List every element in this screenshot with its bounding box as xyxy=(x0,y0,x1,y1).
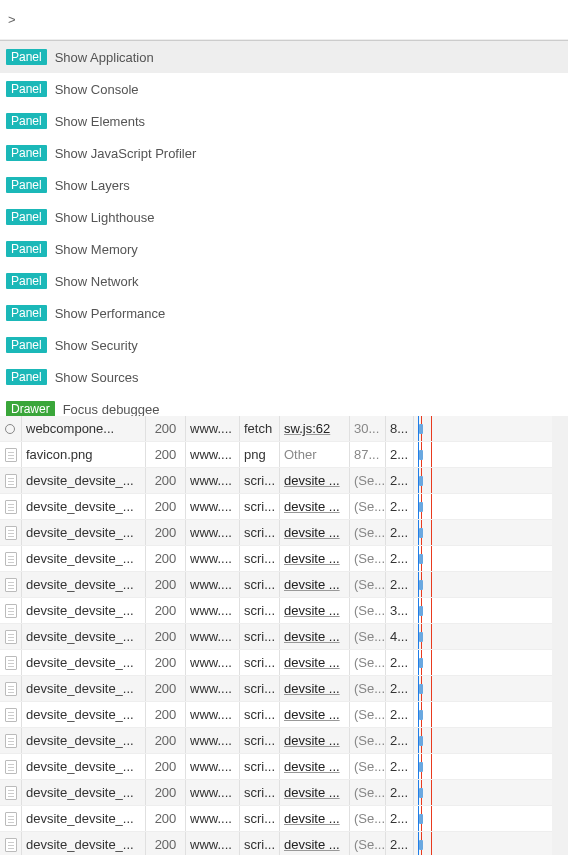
file-icon xyxy=(0,598,22,623)
panel-badge: Panel xyxy=(6,177,47,193)
panel-badge: Panel xyxy=(6,241,47,257)
network-row[interactable]: devsite_devsite_...200www....scri...devs… xyxy=(0,468,568,494)
command-item[interactable]: PanelShow Lighthouse xyxy=(0,201,568,233)
domain: www.... xyxy=(186,494,240,519)
domain: www.... xyxy=(186,806,240,831)
network-row[interactable]: devsite_devsite_...200www....scri...devs… xyxy=(0,598,568,624)
request-name: devsite_devsite_... xyxy=(22,598,146,623)
initiator[interactable]: devsite ... xyxy=(280,754,350,779)
network-row[interactable]: webcompone...200www....fetchsw.js:6230..… xyxy=(0,416,568,442)
panel-badge: Panel xyxy=(6,49,47,65)
time: 2... xyxy=(386,468,414,493)
command-label: Show Lighthouse xyxy=(55,210,155,225)
network-row[interactable]: devsite_devsite_...200www....scri...devs… xyxy=(0,624,568,650)
type: scri... xyxy=(240,546,280,571)
domain: www.... xyxy=(186,468,240,493)
initiator[interactable]: devsite ... xyxy=(280,832,350,855)
command-item[interactable]: PanelShow Console xyxy=(0,73,568,105)
domain: www.... xyxy=(186,780,240,805)
type: scri... xyxy=(240,702,280,727)
network-row[interactable]: devsite_devsite_...200www....scri...devs… xyxy=(0,780,568,806)
network-scrollbar[interactable] xyxy=(552,416,568,855)
network-row[interactable]: devsite_devsite_...200www....scri...devs… xyxy=(0,702,568,728)
file-icon xyxy=(0,650,22,675)
size: (Se... xyxy=(350,572,386,597)
request-name: devsite_devsite_... xyxy=(22,676,146,701)
initiator[interactable]: devsite ... xyxy=(280,494,350,519)
file-icon xyxy=(0,468,22,493)
command-menu[interactable]: PanelShow ApplicationPanelShow ConsolePa… xyxy=(0,40,568,416)
initiator[interactable]: devsite ... xyxy=(280,728,350,753)
type: scri... xyxy=(240,806,280,831)
network-row[interactable]: devsite_devsite_...200www....scri...devs… xyxy=(0,650,568,676)
command-item[interactable]: PanelShow Performance xyxy=(0,297,568,329)
domain: www.... xyxy=(186,546,240,571)
status-code: 200 xyxy=(146,702,186,727)
domain: www.... xyxy=(186,520,240,545)
panel-badge: Panel xyxy=(6,209,47,225)
network-row[interactable]: devsite_devsite_...200www....scri...devs… xyxy=(0,572,568,598)
initiator[interactable]: devsite ... xyxy=(280,624,350,649)
network-row[interactable]: devsite_devsite_...200www....scri...devs… xyxy=(0,494,568,520)
status-code: 200 xyxy=(146,468,186,493)
request-name: devsite_devsite_... xyxy=(22,546,146,571)
size: (Se... xyxy=(350,702,386,727)
command-input[interactable]: > xyxy=(0,0,568,40)
command-item[interactable]: PanelShow JavaScript Profiler xyxy=(0,137,568,169)
initiator[interactable]: devsite ... xyxy=(280,546,350,571)
network-row[interactable]: devsite_devsite_...200www....scri...devs… xyxy=(0,754,568,780)
network-row[interactable]: devsite_devsite_...200www....scri...devs… xyxy=(0,546,568,572)
initiator[interactable]: devsite ... xyxy=(280,806,350,831)
initiator[interactable]: devsite ... xyxy=(280,468,350,493)
network-row[interactable]: favicon.png200www....pngOther87...2... xyxy=(0,442,568,468)
command-item[interactable]: PanelShow Network xyxy=(0,265,568,297)
time: 2... xyxy=(386,442,414,467)
panel-badge: Panel xyxy=(6,113,47,129)
network-row[interactable]: devsite_devsite_...200www....scri...devs… xyxy=(0,520,568,546)
drawer-badge: Drawer xyxy=(6,401,55,416)
initiator[interactable]: devsite ... xyxy=(280,676,350,701)
file-icon xyxy=(0,754,22,779)
status-code: 200 xyxy=(146,416,186,441)
status-code: 200 xyxy=(146,676,186,701)
network-table[interactable]: webcompone...200www....fetchsw.js:6230..… xyxy=(0,416,568,855)
waterfall-cell xyxy=(414,832,568,855)
initiator[interactable]: devsite ... xyxy=(280,702,350,727)
network-row[interactable]: devsite_devsite_...200www....scri...devs… xyxy=(0,676,568,702)
network-row[interactable]: devsite_devsite_...200www....scri...devs… xyxy=(0,832,568,855)
command-label: Show Application xyxy=(55,50,154,65)
size: (Se... xyxy=(350,494,386,519)
panel-badge: Panel xyxy=(6,337,47,353)
waterfall-cell xyxy=(414,702,568,727)
size: (Se... xyxy=(350,754,386,779)
time: 2... xyxy=(386,650,414,675)
command-item[interactable]: DrawerFocus debuggee xyxy=(0,393,568,416)
status-code: 200 xyxy=(146,832,186,855)
time: 2... xyxy=(386,702,414,727)
command-item[interactable]: PanelShow Elements xyxy=(0,105,568,137)
initiator[interactable]: devsite ... xyxy=(280,650,350,675)
command-item[interactable]: PanelShow Layers xyxy=(0,169,568,201)
file-icon xyxy=(0,572,22,597)
command-item[interactable]: PanelShow Security xyxy=(0,329,568,361)
initiator[interactable]: devsite ... xyxy=(280,598,350,623)
request-name: devsite_devsite_... xyxy=(22,494,146,519)
initiator[interactable]: devsite ... xyxy=(280,572,350,597)
command-item[interactable]: PanelShow Application xyxy=(0,41,568,73)
network-row[interactable]: devsite_devsite_...200www....scri...devs… xyxy=(0,728,568,754)
initiator[interactable]: devsite ... xyxy=(280,780,350,805)
request-name: devsite_devsite_... xyxy=(22,702,146,727)
initiator[interactable]: devsite ... xyxy=(280,520,350,545)
command-label: Show Security xyxy=(55,338,138,353)
panel-badge: Panel xyxy=(6,369,47,385)
size: (Se... xyxy=(350,468,386,493)
status-code: 200 xyxy=(146,520,186,545)
time: 2... xyxy=(386,572,414,597)
panel-badge: Panel xyxy=(6,145,47,161)
request-name: devsite_devsite_... xyxy=(22,520,146,545)
command-label: Show Sources xyxy=(55,370,139,385)
command-item[interactable]: PanelShow Sources xyxy=(0,361,568,393)
initiator[interactable]: sw.js:62 xyxy=(280,416,350,441)
network-row[interactable]: devsite_devsite_...200www....scri...devs… xyxy=(0,806,568,832)
command-item[interactable]: PanelShow Memory xyxy=(0,233,568,265)
